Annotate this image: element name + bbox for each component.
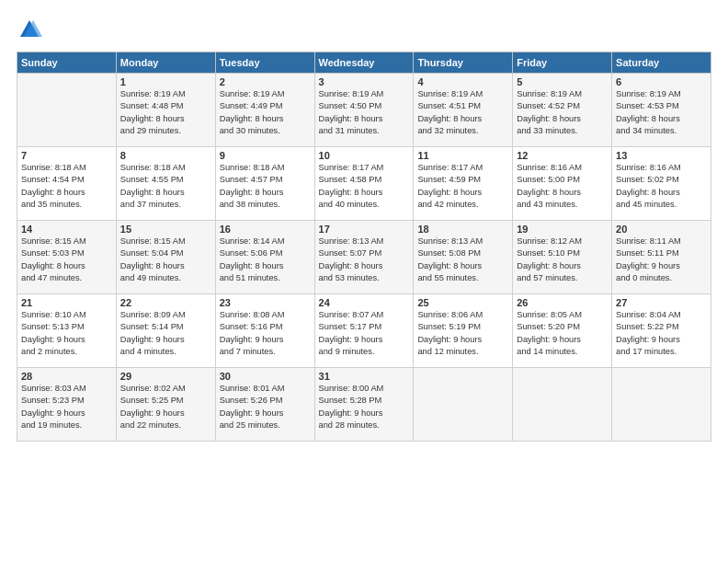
day-info: Sunrise: 8:13 AMSunset: 5:08 PMDaylight:…	[417, 236, 508, 285]
day-number: 31	[319, 371, 410, 382]
calendar-cell: 10Sunrise: 8:17 AMSunset: 4:58 PMDayligh…	[314, 147, 414, 221]
day-number: 3	[319, 76, 410, 87]
calendar-cell: 8Sunrise: 8:18 AMSunset: 4:55 PMDaylight…	[116, 147, 215, 221]
day-info: Sunrise: 8:16 AMSunset: 5:02 PMDaylight:…	[616, 162, 707, 212]
calendar-cell: 20Sunrise: 8:11 AMSunset: 5:11 PMDayligh…	[612, 221, 711, 294]
day-number: 22	[120, 297, 211, 308]
calendar-cell: 24Sunrise: 8:07 AMSunset: 5:17 PMDayligh…	[314, 294, 414, 368]
day-number: 16	[220, 224, 311, 235]
day-number: 23	[220, 297, 311, 308]
calendar-cell: 30Sunrise: 8:01 AMSunset: 5:26 PMDayligh…	[215, 368, 314, 442]
page: SundayMondayTuesdayWednesdayThursdayFrid…	[0, 0, 728, 563]
day-info: Sunrise: 8:19 AMSunset: 4:49 PMDaylight:…	[220, 88, 311, 138]
day-info: Sunrise: 8:11 AMSunset: 5:11 PMDaylight:…	[616, 236, 707, 285]
day-info: Sunrise: 8:17 AMSunset: 4:59 PMDaylight:…	[417, 162, 508, 212]
day-info: Sunrise: 8:19 AMSunset: 4:52 PMDaylight:…	[517, 88, 608, 138]
header	[17, 17, 711, 42]
day-info: Sunrise: 8:09 AMSunset: 5:14 PMDaylight:…	[120, 309, 211, 359]
day-info: Sunrise: 8:12 AMSunset: 5:10 PMDaylight:…	[517, 236, 608, 285]
day-number: 14	[21, 224, 112, 235]
calendar-cell: 4Sunrise: 8:19 AMSunset: 4:51 PMDaylight…	[414, 74, 513, 147]
day-info: Sunrise: 8:02 AMSunset: 5:25 PMDaylight:…	[120, 383, 211, 432]
col-header-friday: Friday	[513, 52, 612, 74]
day-number: 28	[21, 371, 112, 382]
calendar-cell: 17Sunrise: 8:13 AMSunset: 5:07 PMDayligh…	[314, 221, 414, 294]
day-number: 29	[120, 371, 211, 382]
calendar-cell: 7Sunrise: 8:18 AMSunset: 4:54 PMDaylight…	[17, 147, 117, 221]
day-info: Sunrise: 8:07 AMSunset: 5:17 PMDaylight:…	[319, 309, 410, 359]
calendar-cell	[612, 368, 711, 442]
calendar-cell: 22Sunrise: 8:09 AMSunset: 5:14 PMDayligh…	[116, 294, 215, 368]
day-number: 9	[220, 150, 311, 161]
calendar-cell: 12Sunrise: 8:16 AMSunset: 5:00 PMDayligh…	[513, 147, 612, 221]
col-header-wednesday: Wednesday	[314, 52, 414, 74]
day-info: Sunrise: 8:14 AMSunset: 5:06 PMDaylight:…	[220, 236, 311, 285]
week-row-2: 7Sunrise: 8:18 AMSunset: 4:54 PMDaylight…	[17, 147, 711, 221]
day-number: 20	[616, 224, 707, 235]
calendar-cell: 1Sunrise: 8:19 AMSunset: 4:48 PMDaylight…	[116, 74, 215, 147]
calendar-table: SundayMondayTuesdayWednesdayThursdayFrid…	[17, 52, 711, 442]
day-info: Sunrise: 8:00 AMSunset: 5:28 PMDaylight:…	[319, 383, 410, 432]
calendar-cell: 29Sunrise: 8:02 AMSunset: 5:25 PMDayligh…	[116, 368, 215, 442]
day-number: 17	[319, 224, 410, 235]
calendar-cell: 25Sunrise: 8:06 AMSunset: 5:19 PMDayligh…	[414, 294, 513, 368]
calendar-cell	[513, 368, 612, 442]
day-number: 8	[120, 150, 211, 161]
calendar-cell: 3Sunrise: 8:19 AMSunset: 4:50 PMDaylight…	[314, 74, 414, 147]
col-header-monday: Monday	[116, 52, 215, 74]
calendar-cell: 14Sunrise: 8:15 AMSunset: 5:03 PMDayligh…	[17, 221, 117, 294]
calendar-cell: 28Sunrise: 8:03 AMSunset: 5:23 PMDayligh…	[17, 368, 117, 442]
day-number: 21	[21, 297, 112, 308]
day-number: 7	[21, 150, 112, 161]
day-number: 18	[417, 224, 508, 235]
calendar-cell: 9Sunrise: 8:18 AMSunset: 4:57 PMDaylight…	[215, 147, 314, 221]
day-number: 13	[616, 150, 707, 161]
calendar-cell: 27Sunrise: 8:04 AMSunset: 5:22 PMDayligh…	[612, 294, 711, 368]
day-number: 6	[616, 76, 707, 87]
day-number: 30	[220, 371, 311, 382]
day-info: Sunrise: 8:19 AMSunset: 4:53 PMDaylight:…	[616, 88, 707, 138]
day-number: 2	[220, 76, 311, 87]
day-info: Sunrise: 8:08 AMSunset: 5:16 PMDaylight:…	[220, 309, 311, 359]
day-info: Sunrise: 8:16 AMSunset: 5:00 PMDaylight:…	[517, 162, 608, 212]
calendar-cell: 23Sunrise: 8:08 AMSunset: 5:16 PMDayligh…	[215, 294, 314, 368]
day-info: Sunrise: 8:19 AMSunset: 4:48 PMDaylight:…	[120, 88, 211, 138]
day-number: 4	[417, 76, 508, 87]
calendar-cell: 19Sunrise: 8:12 AMSunset: 5:10 PMDayligh…	[513, 221, 612, 294]
week-row-4: 21Sunrise: 8:10 AMSunset: 5:13 PMDayligh…	[17, 294, 711, 368]
day-number: 11	[417, 150, 508, 161]
day-info: Sunrise: 8:01 AMSunset: 5:26 PMDaylight:…	[220, 383, 311, 432]
day-number: 5	[517, 76, 608, 87]
calendar-cell: 11Sunrise: 8:17 AMSunset: 4:59 PMDayligh…	[414, 147, 513, 221]
day-number: 26	[517, 297, 608, 308]
day-number: 24	[319, 297, 410, 308]
calendar-cell: 18Sunrise: 8:13 AMSunset: 5:08 PMDayligh…	[414, 221, 513, 294]
calendar-cell	[414, 368, 513, 442]
calendar-cell: 5Sunrise: 8:19 AMSunset: 4:52 PMDaylight…	[513, 74, 612, 147]
day-info: Sunrise: 8:13 AMSunset: 5:07 PMDaylight:…	[319, 236, 410, 285]
week-row-5: 28Sunrise: 8:03 AMSunset: 5:23 PMDayligh…	[17, 368, 711, 442]
day-number: 1	[120, 76, 211, 87]
day-info: Sunrise: 8:18 AMSunset: 4:54 PMDaylight:…	[21, 162, 112, 212]
day-info: Sunrise: 8:17 AMSunset: 4:58 PMDaylight:…	[319, 162, 410, 212]
calendar-cell: 21Sunrise: 8:10 AMSunset: 5:13 PMDayligh…	[17, 294, 117, 368]
day-info: Sunrise: 8:04 AMSunset: 5:22 PMDaylight:…	[616, 309, 707, 359]
day-info: Sunrise: 8:15 AMSunset: 5:04 PMDaylight:…	[120, 236, 211, 285]
week-row-1: 1Sunrise: 8:19 AMSunset: 4:48 PMDaylight…	[17, 74, 711, 147]
day-info: Sunrise: 8:05 AMSunset: 5:20 PMDaylight:…	[517, 309, 608, 359]
week-row-3: 14Sunrise: 8:15 AMSunset: 5:03 PMDayligh…	[17, 221, 711, 294]
calendar-cell: 2Sunrise: 8:19 AMSunset: 4:49 PMDaylight…	[215, 74, 314, 147]
calendar-cell: 13Sunrise: 8:16 AMSunset: 5:02 PMDayligh…	[612, 147, 711, 221]
day-info: Sunrise: 8:19 AMSunset: 4:51 PMDaylight:…	[417, 88, 508, 138]
calendar-cell: 16Sunrise: 8:14 AMSunset: 5:06 PMDayligh…	[215, 221, 314, 294]
day-info: Sunrise: 8:03 AMSunset: 5:23 PMDaylight:…	[21, 383, 112, 432]
logo	[17, 17, 46, 42]
day-info: Sunrise: 8:15 AMSunset: 5:03 PMDaylight:…	[21, 236, 112, 285]
day-number: 19	[517, 224, 608, 235]
calendar-body: 1Sunrise: 8:19 AMSunset: 4:48 PMDaylight…	[17, 74, 711, 442]
day-info: Sunrise: 8:18 AMSunset: 4:55 PMDaylight:…	[120, 162, 211, 212]
day-info: Sunrise: 8:19 AMSunset: 4:50 PMDaylight:…	[319, 88, 410, 138]
header-row: SundayMondayTuesdayWednesdayThursdayFrid…	[17, 52, 711, 74]
calendar-cell: 26Sunrise: 8:05 AMSunset: 5:20 PMDayligh…	[513, 294, 612, 368]
day-number: 15	[120, 224, 211, 235]
